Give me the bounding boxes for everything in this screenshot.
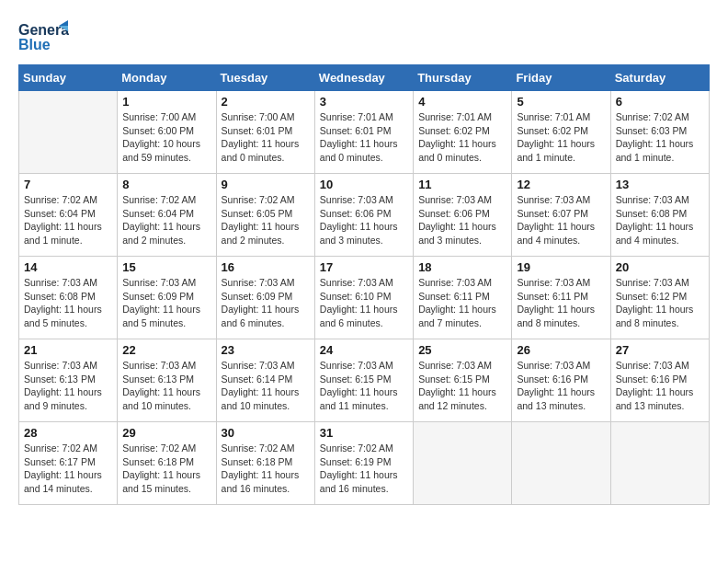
day-number: 22 [122,343,210,357]
daylight-text: Daylight: 11 hours and 8 minutes. [517,303,605,329]
sunrise-text: Sunrise: 7:02 AM [320,442,408,455]
day-number: 17 [320,260,408,274]
sunrise-text: Sunrise: 7:01 AM [517,110,605,124]
day-info: Sunrise: 7:03 AMSunset: 6:10 PMDaylight:… [320,276,408,330]
daylight-text: Daylight: 11 hours and 14 minutes. [24,468,112,495]
sunset-text: Sunset: 6:11 PM [517,290,605,304]
week-row-4: 21Sunrise: 7:03 AMSunset: 6:13 PMDayligh… [19,339,710,422]
svg-text:Blue: Blue [18,37,51,52]
day-number: 11 [418,178,506,191]
daylight-text: Daylight: 11 hours and 1 minute. [517,137,605,164]
daylight-text: Daylight: 11 hours and 12 minutes. [418,385,506,412]
day-number: 2 [222,95,310,109]
day-number: 28 [24,426,112,440]
day-cell: 8Sunrise: 7:02 AMSunset: 6:04 PMDaylight… [118,174,216,257]
sunrise-text: Sunrise: 7:00 AM [222,110,310,124]
sunset-text: Sunset: 6:04 PM [122,207,210,221]
day-info: Sunrise: 7:02 AMSunset: 6:04 PMDaylight:… [24,193,112,247]
weekday-header-wednesday: Wednesday [314,65,413,91]
day-cell [19,91,118,174]
day-cell: 10Sunrise: 7:03 AMSunset: 6:06 PMDayligh… [314,174,413,257]
sunset-text: Sunset: 6:10 PM [320,290,408,304]
sunset-text: Sunset: 6:09 PM [222,290,310,304]
day-info: Sunrise: 7:03 AMSunset: 6:07 PMDaylight:… [517,193,605,247]
daylight-text: Daylight: 11 hours and 3 minutes. [320,220,408,247]
sunset-text: Sunset: 6:16 PM [616,373,704,386]
day-cell [610,422,709,505]
day-number: 13 [616,178,704,191]
sunrise-text: Sunrise: 7:02 AM [24,193,112,207]
day-number: 15 [122,260,210,274]
day-number: 31 [320,426,408,440]
day-info: Sunrise: 7:03 AMSunset: 6:16 PMDaylight:… [616,359,704,413]
day-cell: 29Sunrise: 7:02 AMSunset: 6:18 PMDayligh… [118,422,216,505]
daylight-text: Daylight: 11 hours and 4 minutes. [517,220,605,247]
day-cell: 20Sunrise: 7:03 AMSunset: 6:12 PMDayligh… [610,257,709,339]
daylight-text: Daylight: 11 hours and 16 minutes. [320,468,408,495]
daylight-text: Daylight: 11 hours and 7 minutes. [418,303,506,329]
daylight-text: Daylight: 11 hours and 0 minutes. [222,137,310,164]
sunset-text: Sunset: 6:17 PM [24,455,112,469]
day-cell: 1Sunrise: 7:00 AMSunset: 6:00 PMDaylight… [118,91,216,174]
sunrise-text: Sunrise: 7:01 AM [418,110,506,124]
sunset-text: Sunset: 6:18 PM [122,455,210,469]
day-cell: 21Sunrise: 7:03 AMSunset: 6:13 PMDayligh… [19,339,118,422]
sunset-text: Sunset: 6:03 PM [616,124,704,138]
day-info: Sunrise: 7:03 AMSunset: 6:09 PMDaylight:… [122,276,210,330]
day-number: 1 [122,95,210,109]
sunrise-text: Sunrise: 7:03 AM [320,276,408,290]
day-cell [512,422,610,505]
sunset-text: Sunset: 6:16 PM [517,373,605,386]
sunset-text: Sunset: 6:07 PM [517,207,605,221]
day-info: Sunrise: 7:03 AMSunset: 6:08 PMDaylight:… [24,276,112,330]
day-cell: 13Sunrise: 7:03 AMSunset: 6:08 PMDayligh… [610,174,709,257]
sunset-text: Sunset: 6:15 PM [320,373,408,386]
daylight-text: Daylight: 11 hours and 6 minutes. [320,303,408,329]
sunrise-text: Sunrise: 7:03 AM [517,276,605,290]
day-number: 3 [320,95,408,109]
sunset-text: Sunset: 6:00 PM [122,124,210,138]
sunrise-text: Sunrise: 7:02 AM [222,193,310,207]
weekday-header-monday: Monday [118,65,216,91]
day-cell: 15Sunrise: 7:03 AMSunset: 6:09 PMDayligh… [118,257,216,339]
sunrise-text: Sunrise: 7:02 AM [222,442,310,455]
day-info: Sunrise: 7:02 AMSunset: 6:17 PMDaylight:… [24,442,112,496]
sunrise-text: Sunrise: 7:03 AM [418,276,506,290]
daylight-text: Daylight: 11 hours and 2 minutes. [222,220,310,247]
day-cell: 22Sunrise: 7:03 AMSunset: 6:13 PMDayligh… [118,339,216,422]
sunrise-text: Sunrise: 7:03 AM [320,193,408,207]
daylight-text: Daylight: 11 hours and 4 minutes. [616,220,704,247]
day-cell: 12Sunrise: 7:03 AMSunset: 6:07 PMDayligh… [512,174,610,257]
weekday-header-friday: Friday [512,65,610,91]
sunrise-text: Sunrise: 7:00 AM [122,110,210,124]
logo-icon: General Blue [18,18,69,55]
day-cell: 2Sunrise: 7:00 AMSunset: 6:01 PMDaylight… [216,91,314,174]
sunrise-text: Sunrise: 7:03 AM [122,359,210,373]
day-info: Sunrise: 7:03 AMSunset: 6:13 PMDaylight:… [122,359,210,413]
sunset-text: Sunset: 6:04 PM [24,207,112,221]
sunset-text: Sunset: 6:15 PM [418,373,506,386]
daylight-text: Daylight: 11 hours and 9 minutes. [24,385,112,412]
sunset-text: Sunset: 6:01 PM [320,124,408,138]
day-number: 8 [122,178,210,191]
day-number: 9 [222,178,310,191]
day-info: Sunrise: 7:01 AMSunset: 6:01 PMDaylight:… [320,110,408,165]
day-number: 23 [222,343,310,357]
daylight-text: Daylight: 11 hours and 10 minutes. [122,385,210,412]
day-number: 6 [616,95,704,109]
day-info: Sunrise: 7:00 AMSunset: 6:01 PMDaylight:… [222,110,310,165]
sunrise-text: Sunrise: 7:03 AM [24,276,112,290]
sunset-text: Sunset: 6:01 PM [222,124,310,138]
day-info: Sunrise: 7:02 AMSunset: 6:18 PMDaylight:… [122,442,210,496]
day-info: Sunrise: 7:03 AMSunset: 6:15 PMDaylight:… [320,359,408,413]
sunset-text: Sunset: 6:02 PM [418,124,506,138]
daylight-text: Daylight: 11 hours and 0 minutes. [418,137,506,164]
day-number: 18 [418,260,506,274]
day-cell: 11Sunrise: 7:03 AMSunset: 6:06 PMDayligh… [414,174,512,257]
day-cell: 6Sunrise: 7:02 AMSunset: 6:03 PMDaylight… [610,91,709,174]
logo: General Blue [18,18,69,55]
day-number: 30 [222,426,310,440]
day-info: Sunrise: 7:03 AMSunset: 6:06 PMDaylight:… [320,193,408,247]
page-header: General Blue [18,18,710,55]
sunrise-text: Sunrise: 7:03 AM [320,359,408,373]
